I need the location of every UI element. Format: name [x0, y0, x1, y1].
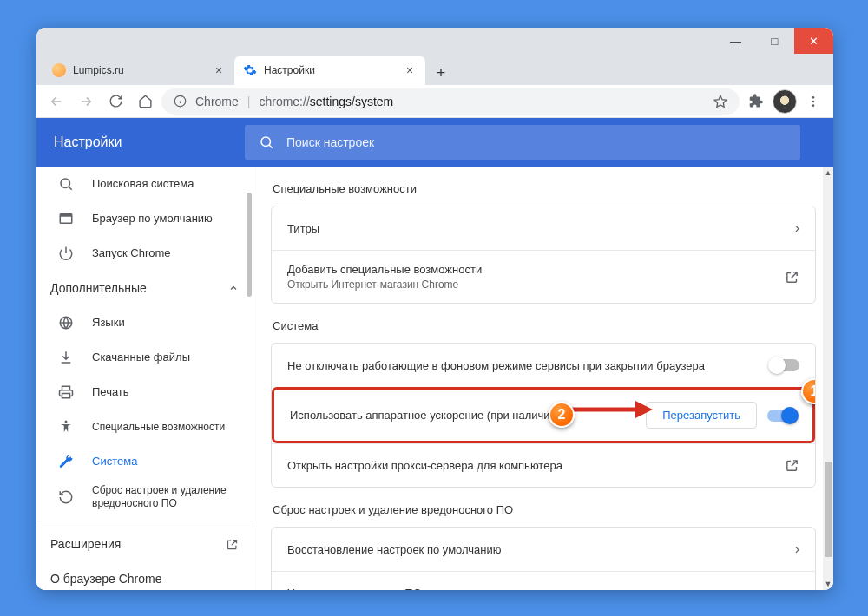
- settings-main: Специальные возможности Титры › Добавить…: [253, 167, 833, 590]
- forward-button[interactable]: [73, 88, 99, 115]
- toggle-hardware-acceleration[interactable]: [767, 410, 797, 422]
- new-tab-button[interactable]: +: [429, 61, 453, 85]
- sidebar-advanced-toggle[interactable]: Дополнительные: [36, 271, 253, 305]
- sidebar-item-downloads[interactable]: Скачанные файлы: [36, 340, 253, 375]
- section-title-reset: Сброс настроек и удаление вредоносного П…: [273, 503, 816, 516]
- sidebar-item-reset[interactable]: Сброс настроек и удаление вредоносного П…: [36, 479, 253, 515]
- reload-button[interactable]: [102, 88, 128, 115]
- globe-icon: [57, 314, 75, 331]
- settings-title: Настройки: [54, 134, 227, 150]
- extensions-icon[interactable]: [743, 88, 769, 115]
- restore-icon: [57, 488, 75, 506]
- sidebar-item-search-engine[interactable]: Поисковая система: [36, 167, 253, 201]
- settings-header: Настройки Поиск настроек: [36, 118, 833, 167]
- sidebar-item-extensions[interactable]: Расширения: [36, 527, 253, 561]
- toggle-background-apps[interactable]: [770, 359, 799, 371]
- settings-search-input[interactable]: Поиск настроек: [245, 125, 800, 160]
- address-bar[interactable]: Chrome | chrome://settings/system: [161, 88, 740, 115]
- omnibox-security-label: Chrome: [195, 95, 239, 108]
- row-restore-defaults[interactable]: Восстановление настроек по умолчанию ›: [272, 528, 815, 571]
- annotation-badge-2: 2: [549, 402, 575, 428]
- sidebar-item-languages[interactable]: Языки: [36, 305, 253, 340]
- row-add-accessibility[interactable]: Добавить специальные возможности Открыть…: [272, 250, 815, 303]
- window-minimize-button[interactable]: —: [716, 28, 755, 54]
- svg-point-8: [61, 179, 70, 188]
- sidebar-item-accessibility[interactable]: Специальные возможности: [36, 410, 253, 444]
- row-proxy-settings[interactable]: Открыть настройки прокси-сервера для ком…: [272, 443, 815, 487]
- kebab-menu-icon[interactable]: [800, 88, 826, 115]
- row-captions[interactable]: Титры ›: [272, 206, 815, 250]
- window-close-button[interactable]: ✕: [794, 28, 833, 54]
- accessibility-icon: [57, 418, 75, 436]
- tab-close-icon[interactable]: ×: [212, 63, 226, 77]
- svg-marker-16: [635, 401, 653, 418]
- settings-sidebar: Поисковая система Браузер по умолчанию З…: [36, 167, 253, 590]
- chevron-right-icon: ›: [795, 220, 799, 236]
- wrench-icon: [57, 453, 75, 470]
- svg-point-6: [261, 137, 271, 147]
- download-icon: [57, 349, 75, 366]
- browser-window: — □ ✕ Lumpics.ru × Настройки × + Chrome …: [36, 28, 833, 590]
- open-external-icon: [226, 538, 239, 551]
- svg-rect-11: [60, 214, 72, 217]
- sidebar-item-system[interactable]: Система: [36, 444, 253, 479]
- back-button[interactable]: [43, 88, 69, 115]
- chevron-right-icon: ›: [795, 541, 799, 557]
- restart-button[interactable]: Перезапустить: [646, 402, 757, 429]
- tab-title: Lumpics.ru: [73, 64, 205, 76]
- search-icon: [57, 175, 75, 193]
- settings-search-placeholder: Поиск настроек: [286, 135, 374, 149]
- section-title-system: Система: [273, 319, 816, 332]
- tab-strip: Lumpics.ru × Настройки × +: [36, 54, 833, 85]
- svg-point-14: [65, 421, 68, 423]
- row-background-apps[interactable]: Не отключать работающие в фоновом режиме…: [272, 344, 815, 387]
- svg-line-9: [69, 187, 72, 190]
- row-cleanup[interactable]: Удалить вредоносное ПО с компьютера ›: [272, 571, 815, 590]
- sidebar-scrollbar[interactable]: [244, 167, 253, 590]
- window-titlebar: — □ ✕: [36, 28, 833, 54]
- svg-line-7: [269, 145, 273, 148]
- svg-rect-13: [62, 394, 70, 398]
- chevron-up-icon: [228, 283, 239, 293]
- sidebar-item-printing[interactable]: Печать: [36, 375, 253, 410]
- print-icon: [57, 383, 75, 401]
- tab-lumpics[interactable]: Lumpics.ru ×: [43, 56, 234, 85]
- tab-title: Настройки: [264, 64, 396, 76]
- main-scrollbar[interactable]: ▲ ▼: [823, 167, 833, 590]
- svg-point-5: [812, 104, 815, 107]
- tab-close-icon[interactable]: ×: [403, 63, 417, 77]
- home-button[interactable]: [132, 88, 158, 115]
- open-external-icon: [785, 270, 799, 285]
- window-maximize-button[interactable]: □: [755, 28, 794, 54]
- sidebar-item-on-startup[interactable]: Запуск Chrome: [36, 236, 253, 271]
- chevron-right-icon: ›: [795, 586, 799, 591]
- tab-settings[interactable]: Настройки ×: [234, 56, 425, 85]
- omnibox-url-domain: chrome://: [259, 95, 309, 108]
- omnibox-url-path: settings/system: [310, 95, 393, 108]
- card-accessibility: Титры › Добавить специальные возможности…: [271, 206, 816, 304]
- power-icon: [57, 245, 75, 262]
- row-hardware-acceleration[interactable]: Использовать аппаратное ускорение (при н…: [272, 387, 815, 443]
- site-info-icon[interactable]: [174, 95, 187, 108]
- profile-avatar[interactable]: [773, 89, 797, 114]
- sidebar-item-about[interactable]: О браузере Chrome: [36, 561, 253, 590]
- favicon-lumpics: [52, 63, 66, 77]
- svg-point-4: [812, 100, 815, 102]
- card-system: Не отключать работающие в фоновом режиме…: [271, 343, 816, 488]
- section-title-accessibility: Специальные возможности: [273, 182, 816, 195]
- scroll-down-icon[interactable]: ▼: [823, 578, 833, 590]
- open-external-icon: [785, 458, 799, 473]
- browser-toolbar: Chrome | chrome://settings/system: [36, 85, 833, 118]
- sidebar-item-default-browser[interactable]: Браузер по умолчанию: [36, 201, 253, 236]
- svg-point-3: [812, 96, 815, 99]
- annotation-arrow: [568, 396, 654, 423]
- browser-icon: [57, 210, 75, 227]
- bookmark-star-icon[interactable]: [713, 95, 727, 108]
- scroll-up-icon[interactable]: ▲: [823, 167, 833, 179]
- search-icon: [259, 134, 274, 150]
- favicon-settings-gear-icon: [243, 63, 257, 77]
- card-reset: Восстановление настроек по умолчанию › У…: [271, 527, 816, 590]
